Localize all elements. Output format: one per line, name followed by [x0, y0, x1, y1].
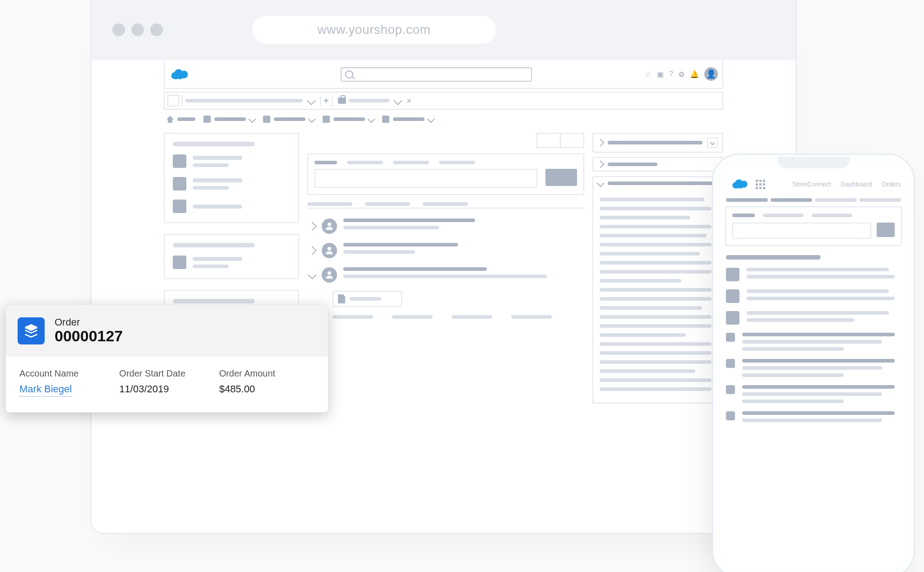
- workspace-tab-label[interactable]: [349, 99, 389, 102]
- list-item[interactable]: [726, 311, 901, 325]
- mobile-search-button[interactable]: [877, 223, 895, 237]
- activity-feed: [307, 214, 584, 319]
- chevron-down-icon[interactable]: [393, 96, 402, 105]
- chevron-down-icon: [249, 116, 256, 123]
- list-item[interactable]: [726, 411, 901, 422]
- object-icon: [263, 116, 270, 123]
- mobile-header: StoreConnect Dashboard Orders: [726, 178, 901, 190]
- field-label: Account Name: [19, 368, 115, 379]
- chevron-right-icon[interactable]: [597, 139, 605, 147]
- related-panel: [592, 176, 723, 404]
- nav-tab[interactable]: [382, 116, 434, 123]
- feed-item: [307, 214, 584, 238]
- feed-footer: [333, 315, 584, 319]
- feed-item: [307, 263, 584, 287]
- app-launcher-icon[interactable]: ▣: [657, 70, 664, 79]
- window-dot[interactable]: [131, 23, 144, 36]
- browser-chrome: www.yourshop.com: [92, 0, 795, 60]
- path-step[interactable]: [771, 198, 813, 202]
- record-actions: [307, 133, 584, 148]
- user-avatar[interactable]: 👤: [704, 67, 718, 81]
- path-step[interactable]: [859, 198, 901, 202]
- mobile-tab[interactable]: Orders: [882, 181, 901, 188]
- field-start-date: Order Start Date 11/03/2019: [119, 368, 214, 397]
- address-bar[interactable]: www.yourshop.com: [252, 16, 496, 44]
- close-tab-icon[interactable]: ×: [407, 96, 412, 106]
- account-link[interactable]: Mark Biegel: [19, 383, 72, 397]
- app-name-placeholder: [185, 99, 303, 102]
- list-item[interactable]: [726, 268, 901, 281]
- chevron-down-icon[interactable]: [307, 96, 316, 105]
- divider: [332, 95, 333, 107]
- briefcase-icon: [338, 98, 346, 104]
- global-search[interactable]: [341, 67, 532, 82]
- favorite-icon[interactable]: ☆: [645, 70, 651, 79]
- panel-menu-icon[interactable]: [707, 137, 718, 148]
- right-sidebar: [592, 133, 723, 521]
- chevron-down-icon: [427, 116, 435, 123]
- panel-heading-placeholder: [173, 299, 255, 303]
- chevron-down-icon[interactable]: [597, 180, 605, 187]
- item-icon: [173, 177, 186, 191]
- notifications-icon[interactable]: 🔔: [690, 70, 699, 79]
- collapse-icon[interactable]: [308, 270, 317, 279]
- app-toolbar: + ×: [164, 92, 723, 110]
- field-placeholder: [314, 161, 337, 164]
- nav-tab[interactable]: [203, 116, 255, 123]
- attachment[interactable]: [333, 291, 402, 307]
- app-launcher-icon[interactable]: [167, 95, 179, 107]
- field-label: Order Amount: [219, 368, 314, 379]
- file-name-placeholder: [350, 297, 381, 301]
- order-number: 00000127: [55, 327, 123, 345]
- section-heading-placeholder: [726, 255, 821, 260]
- path-step[interactable]: [815, 198, 857, 202]
- order-detail-card: Order 00000127 Account Name Mark Biegel …: [5, 304, 328, 413]
- item-icon: [726, 289, 739, 303]
- mobile-search-input[interactable]: [732, 223, 871, 239]
- tab-placeholder[interactable]: [365, 202, 410, 206]
- settings-icon[interactable]: ✿: [679, 70, 684, 79]
- mobile-nav-tabs: StoreConnect Dashboard Orders: [792, 181, 901, 188]
- list-item[interactable]: [726, 359, 901, 377]
- action-button[interactable]: [560, 133, 584, 148]
- mobile-list-section: [724, 255, 903, 325]
- action-button[interactable]: [536, 133, 560, 148]
- tab-placeholder[interactable]: [307, 202, 352, 206]
- nav-tab[interactable]: [323, 116, 374, 123]
- nav-tab-home[interactable]: [166, 116, 195, 123]
- list-item[interactable]: [173, 200, 290, 213]
- item-icon: [726, 411, 735, 420]
- item-icon: [173, 256, 186, 269]
- list-item[interactable]: [726, 385, 901, 403]
- window-dot[interactable]: [150, 23, 163, 36]
- list-item[interactable]: [173, 154, 290, 168]
- list-item[interactable]: [726, 289, 901, 303]
- browser-window: www.yourshop.com ☆ ▣ ? ✿ 🔔 👤: [90, 0, 797, 534]
- list-item[interactable]: [726, 333, 901, 351]
- salesforce-logo-icon: [170, 68, 189, 81]
- tab-placeholder[interactable]: [423, 202, 468, 206]
- list-item[interactable]: [173, 177, 290, 191]
- window-dot[interactable]: [112, 23, 125, 36]
- order-fields: Account Name Mark Biegel Order Start Dat…: [6, 357, 328, 412]
- chevron-right-icon[interactable]: [597, 161, 605, 168]
- expand-icon[interactable]: [308, 246, 317, 255]
- field-value: $485.00: [219, 383, 314, 395]
- search-icon: [345, 70, 353, 79]
- help-icon[interactable]: ?: [669, 70, 673, 78]
- new-tab-button[interactable]: +: [323, 96, 329, 106]
- nav-tab[interactable]: [263, 116, 314, 123]
- expand-icon[interactable]: [308, 222, 317, 231]
- record-search-input[interactable]: [314, 169, 537, 188]
- record-search-button[interactable]: [545, 169, 577, 186]
- app-launcher-icon[interactable]: [756, 180, 765, 189]
- item-icon: [173, 154, 186, 168]
- file-icon: [338, 294, 345, 303]
- mobile-tab[interactable]: StoreConnect: [792, 181, 831, 188]
- list-item[interactable]: [173, 256, 290, 269]
- sidebar-panel: [164, 234, 299, 279]
- path-step[interactable]: [726, 198, 768, 202]
- main-content: [307, 133, 584, 521]
- footer-stat: [452, 315, 492, 319]
- mobile-tab[interactable]: Dashboard: [841, 181, 872, 188]
